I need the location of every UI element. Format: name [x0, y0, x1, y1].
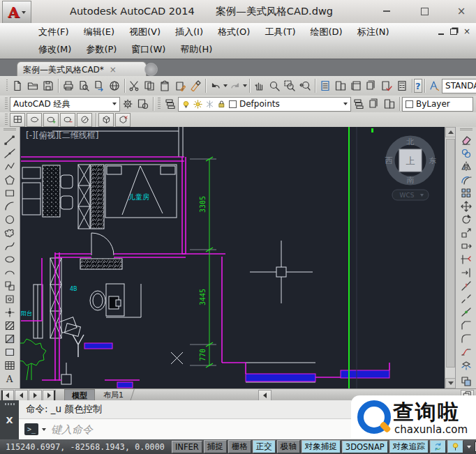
multiline-text-tool-button[interactable]: [3, 372, 17, 385]
file-tab-active[interactable]: 案例—美式风格CAD* ×: [17, 61, 147, 77]
match-properties-button[interactable]: [188, 78, 203, 93]
layer-lock-icon[interactable]: [217, 100, 226, 109]
color-combo[interactable]: ByLayer: [402, 97, 473, 112]
new-viewport-button[interactable]: [43, 113, 59, 127]
pan-button[interactable]: [251, 78, 267, 93]
clip-viewport-button[interactable]: [77, 113, 92, 127]
mirror-tool-button[interactable]: [459, 160, 473, 173]
toolbar-grip[interactable]: [5, 98, 8, 110]
ellipse-tool-button[interactable]: [3, 252, 17, 266]
new-tab-button[interactable]: [144, 63, 158, 76]
markup-set-manager-button[interactable]: [379, 78, 394, 93]
hatch-tool-button[interactable]: [3, 319, 17, 332]
command-options-icon[interactable]: [42, 428, 46, 431]
toolbar-grip[interactable]: [460, 128, 473, 132]
design-center-button[interactable]: [333, 78, 348, 93]
named-views-button[interactable]: [27, 113, 42, 127]
text-style-combo[interactable]: STANDAR: [442, 79, 476, 93]
compass-north-label[interactable]: 北: [406, 137, 415, 146]
cut-button[interactable]: [126, 78, 142, 93]
menu-file[interactable]: 文件(F): [38, 26, 69, 38]
my-workspace-button[interactable]: [135, 96, 151, 112]
menu-insert[interactable]: 插入(I): [175, 26, 203, 38]
plot-preview-button[interactable]: [76, 78, 91, 93]
make-block-tool-button[interactable]: [3, 292, 17, 305]
toolbar-grip[interactable]: [5, 114, 8, 126]
paste-special-button[interactable]: [172, 78, 188, 93]
polygon-tool-button[interactable]: [3, 173, 17, 186]
scroll-up-button[interactable]: [445, 127, 456, 137]
circle-tool-button[interactable]: [3, 213, 17, 226]
maximize-button[interactable]: [419, 6, 430, 17]
autocad-logo-button[interactable]: A: [2, 1, 31, 24]
menu-help[interactable]: 帮助(H): [180, 43, 212, 56]
model-tab[interactable]: 模型: [64, 389, 95, 402]
compass-west-label[interactable]: 西: [385, 156, 393, 165]
table-tool-button[interactable]: [3, 358, 17, 372]
first-tab-button[interactable]: [1, 390, 14, 401]
compass-east-label[interactable]: 东: [429, 156, 437, 165]
view-cube-off-button[interactable]: [115, 113, 131, 127]
line-tool-button[interactable]: [3, 133, 17, 146]
extend-tool-button[interactable]: [459, 266, 473, 279]
toggle-3dosnap[interactable]: 3DOSNAP: [342, 441, 388, 453]
polyline-tool-button[interactable]: [3, 160, 17, 173]
point-tool-button[interactable]: [3, 305, 17, 319]
workspace-combo[interactable]: AutoCAD 经典: [10, 97, 120, 112]
fillet-tool-button[interactable]: [459, 332, 473, 345]
menu-parametric[interactable]: 参数(P): [86, 43, 117, 56]
zoom-realtime-button[interactable]: [267, 78, 282, 93]
join-viewports-button[interactable]: [60, 113, 75, 127]
layer-previous-button[interactable]: [366, 96, 382, 112]
toolbar-grip[interactable]: [3, 128, 16, 132]
previous-tab-button[interactable]: [15, 390, 28, 401]
ellipse-arc-tool-button[interactable]: [3, 266, 17, 279]
toggle-osnap[interactable]: 对象捕捉: [302, 440, 341, 453]
close-button[interactable]: ×: [456, 6, 467, 17]
revision-cloud-tool-button[interactable]: [3, 226, 17, 239]
blend-curves-tool-button[interactable]: [459, 345, 473, 358]
hscroll-left-button[interactable]: [258, 390, 272, 401]
spline-tool-button[interactable]: [3, 239, 17, 252]
quick-calc-button[interactable]: [394, 78, 410, 93]
construction-line-tool-button[interactable]: [3, 146, 17, 160]
layer-thaw-icon[interactable]: [193, 100, 202, 109]
layer-freeze-icon[interactable]: [205, 100, 214, 109]
trim-tool-button[interactable]: [459, 252, 473, 266]
toolbar-grip[interactable]: [6, 80, 8, 92]
ucs-label[interactable]: WCS: [400, 192, 415, 199]
menu-format[interactable]: 格式(O): [218, 26, 250, 38]
toggle-ortho[interactable]: 正交: [253, 440, 276, 453]
status-menu-icon[interactable]: [467, 446, 471, 448]
offset-tool-button[interactable]: [459, 173, 473, 186]
zoom-previous-button[interactable]: [297, 78, 313, 93]
next-tab-button[interactable]: [29, 390, 42, 401]
file-tab-close-icon[interactable]: ×: [110, 65, 117, 75]
layer-states-button[interactable]: [382, 96, 397, 112]
layer-combo[interactable]: Defpoints: [178, 97, 351, 112]
chamfer-tool-button[interactable]: [459, 319, 473, 332]
join-tool-button[interactable]: [459, 305, 473, 319]
rotate-tool-button[interactable]: [459, 213, 473, 226]
layer-color-swatch[interactable]: [229, 100, 237, 108]
scale-tool-button[interactable]: [459, 226, 473, 239]
redo-button[interactable]: [228, 78, 243, 93]
mdi-minimize-button[interactable]: [438, 33, 444, 35]
redo-dropdown-icon[interactable]: [243, 84, 247, 87]
erase-tool-button[interactable]: [459, 133, 473, 146]
toolbar-grip[interactable]: [158, 98, 161, 110]
menu-draw[interactable]: 绘图(D): [311, 26, 343, 38]
region-tool-button[interactable]: [3, 345, 17, 358]
command-close-button[interactable]: X: [6, 415, 13, 425]
properties-button[interactable]: [318, 78, 333, 93]
explode-tool-button[interactable]: [459, 358, 473, 372]
minimize-button[interactable]: [381, 6, 392, 17]
viewport-controls-label[interactable]: [-][俯视][二维线框]: [26, 130, 98, 140]
menu-view[interactable]: 视图(V): [129, 26, 161, 38]
paste-button[interactable]: [157, 78, 172, 93]
plot-button[interactable]: [61, 78, 76, 93]
break-at-point-tool-button[interactable]: [459, 279, 473, 292]
annotation-scale-button[interactable]: [430, 440, 446, 453]
make-object-layer-current-button[interactable]: [351, 96, 366, 112]
array-tool-button[interactable]: [459, 186, 473, 199]
